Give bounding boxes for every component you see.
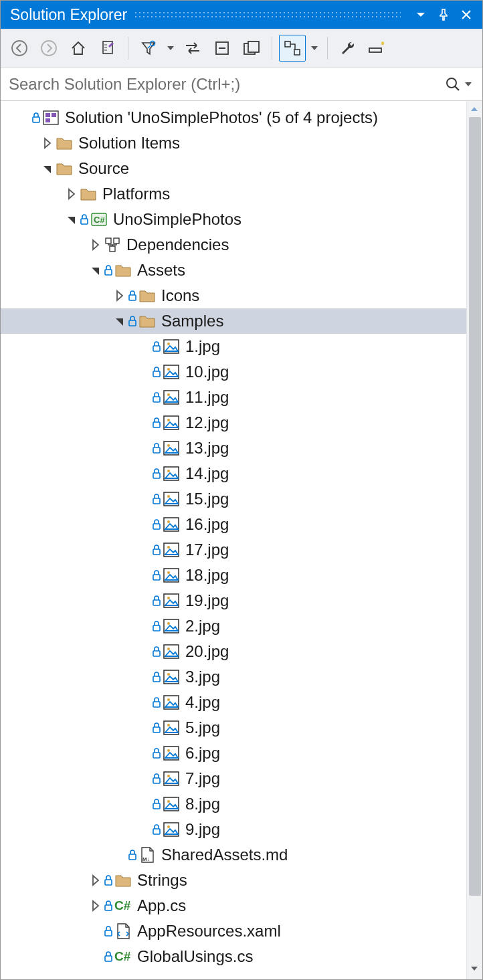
lock-icon xyxy=(128,290,137,302)
expand-closed-icon[interactable] xyxy=(88,237,104,253)
expand-none xyxy=(136,694,152,710)
scroll-up-icon[interactable] xyxy=(470,105,480,116)
expand-none xyxy=(136,593,152,609)
expand-none xyxy=(15,110,31,126)
tree-item[interactable]: 5.jpg xyxy=(1,715,466,741)
scrollbar-thumb[interactable] xyxy=(469,117,481,896)
search-dropdown-icon[interactable] xyxy=(462,71,474,98)
tree-item[interactable]: Assets xyxy=(1,258,466,283)
expand-open-icon[interactable] xyxy=(39,161,56,177)
tree-item-label: Solution 'UnoSimplePhotos' (5 of 4 proje… xyxy=(65,108,378,127)
tree-item[interactable]: 17.jpg xyxy=(1,537,466,563)
tree-item[interactable]: 6.jpg xyxy=(1,741,466,766)
filter-dropdown-icon[interactable] xyxy=(165,35,177,62)
tree-item[interactable]: UnoSimplePhotos xyxy=(1,207,466,232)
tree-item[interactable]: 14.jpg xyxy=(1,461,466,486)
tree-item[interactable]: AppResources.xaml xyxy=(1,918,466,944)
tree-item[interactable]: Strings xyxy=(1,868,466,893)
tree-item[interactable]: 8.jpg xyxy=(1,791,466,817)
image-icon xyxy=(163,567,180,584)
tree-item[interactable]: 7.jpg xyxy=(1,766,466,791)
tree-item[interactable]: Solution Items xyxy=(1,130,466,156)
tree-item[interactable]: Icons xyxy=(1,283,466,308)
expand-none xyxy=(112,847,128,863)
tree-item[interactable]: GlobalUsings.cs xyxy=(1,944,466,969)
tree-item-label: 16.jpg xyxy=(185,515,229,534)
tree-item-label: Source xyxy=(78,159,129,178)
tree-item-label: 11.jpg xyxy=(185,388,229,407)
expand-none xyxy=(88,949,104,965)
image-icon xyxy=(163,592,180,609)
svg-point-12 xyxy=(447,78,456,88)
tree-item[interactable]: Source xyxy=(1,156,466,181)
tree-item-label: SharedAssets.md xyxy=(161,846,288,864)
preview-button[interactable] xyxy=(364,35,391,62)
tree-item[interactable]: Samples xyxy=(1,308,466,334)
track-active-item-button[interactable] xyxy=(279,35,306,62)
expand-closed-icon[interactable] xyxy=(88,872,104,888)
tree-item[interactable]: 18.jpg xyxy=(1,563,466,588)
tree-item[interactable]: 1.jpg xyxy=(1,334,466,359)
tree-item[interactable]: 20.jpg xyxy=(1,639,466,664)
tree-item[interactable]: 15.jpg xyxy=(1,486,466,512)
show-all-files-button[interactable] xyxy=(238,35,265,62)
tree-item-label: 3.jpg xyxy=(185,668,220,686)
properties-button[interactable] xyxy=(334,35,361,62)
filter-button[interactable] xyxy=(135,35,162,62)
tree-item[interactable]: 19.jpg xyxy=(1,588,466,613)
vertical-scrollbar[interactable] xyxy=(466,101,482,979)
titlebar-grip[interactable] xyxy=(134,11,401,19)
scrollbar-track[interactable] xyxy=(467,117,482,963)
tree-item[interactable]: 9.jpg xyxy=(1,817,466,842)
expand-closed-icon[interactable] xyxy=(64,186,80,202)
titlebar[interactable]: Solution Explorer xyxy=(1,1,482,29)
search-icon[interactable] xyxy=(445,76,461,92)
tree-item[interactable]: 12.jpg xyxy=(1,410,466,435)
tree-item[interactable]: 16.jpg xyxy=(1,512,466,537)
image-icon xyxy=(163,745,180,762)
pin-icon[interactable] xyxy=(434,5,453,24)
xaml-icon xyxy=(114,922,132,940)
expand-none xyxy=(136,720,152,736)
search-bar[interactable] xyxy=(1,68,482,101)
lock-icon xyxy=(152,696,161,708)
expand-open-icon[interactable] xyxy=(88,262,104,278)
tree-item[interactable]: Dependencies xyxy=(1,232,466,258)
sync-button[interactable] xyxy=(179,35,206,62)
back-button[interactable] xyxy=(6,35,33,62)
forward-button[interactable] xyxy=(35,35,62,62)
collapse-all-button[interactable] xyxy=(209,35,235,62)
tree-item[interactable]: Solution 'UnoSimplePhotos' (5 of 4 proje… xyxy=(1,105,466,130)
tree-item[interactable]: SharedAssets.md xyxy=(1,842,466,868)
expand-open-icon[interactable] xyxy=(112,313,128,329)
tree-item[interactable]: 11.jpg xyxy=(1,385,466,410)
expand-none xyxy=(136,567,152,583)
expand-closed-icon[interactable] xyxy=(39,135,56,151)
tree-item[interactable]: App.cs xyxy=(1,893,466,918)
tree-item[interactable]: Platforms xyxy=(1,181,466,207)
close-icon[interactable] xyxy=(457,5,476,24)
tree-item[interactable]: 4.jpg xyxy=(1,690,466,715)
window-options-dropdown-icon[interactable] xyxy=(411,5,430,24)
scroll-down-icon[interactable] xyxy=(470,965,480,975)
tree-item-label: Icons xyxy=(161,286,199,305)
tree-item[interactable]: 2.jpg xyxy=(1,613,466,639)
expand-open-icon[interactable] xyxy=(64,211,80,227)
tree-item[interactable]: 13.jpg xyxy=(1,435,466,461)
lock-icon xyxy=(152,366,161,378)
track-dropdown-icon[interactable] xyxy=(308,35,320,62)
tree-item[interactable]: 3.jpg xyxy=(1,664,466,690)
panel-title: Solution Explorer xyxy=(10,6,127,24)
home-button[interactable] xyxy=(65,35,92,62)
expand-closed-icon[interactable] xyxy=(112,288,128,304)
switch-views-button[interactable] xyxy=(94,35,121,62)
search-input[interactable] xyxy=(9,75,445,94)
expand-none xyxy=(136,618,152,634)
expand-none xyxy=(136,364,152,380)
lock-icon xyxy=(152,493,161,505)
tree-view[interactable]: Solution 'UnoSimplePhotos' (5 of 4 proje… xyxy=(1,101,466,979)
tree-item-label: 15.jpg xyxy=(185,490,229,508)
expand-closed-icon[interactable] xyxy=(88,898,104,914)
tree-item-label: 18.jpg xyxy=(185,566,229,585)
tree-item[interactable]: 10.jpg xyxy=(1,359,466,385)
